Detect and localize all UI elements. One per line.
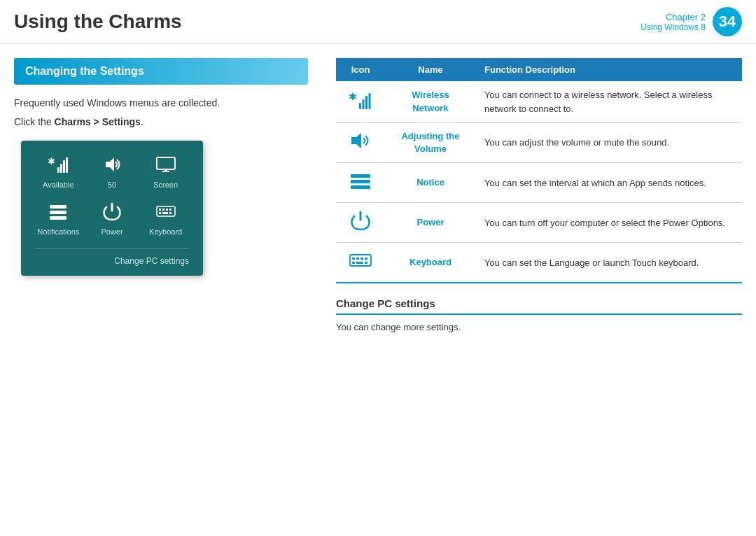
chapter-sub: Using Windows 8 xyxy=(640,22,706,32)
panel-item-power: Power xyxy=(89,202,136,236)
features-table: Icon Name Function Description ✱ Wireles… xyxy=(336,58,742,283)
table-name-cell: Adjusting theVolume xyxy=(385,123,476,163)
svg-rect-18 xyxy=(162,212,168,214)
table-header-row: Icon Name Function Description xyxy=(336,58,742,81)
table-row: Adjusting theVolumeYou can adjust the vo… xyxy=(336,123,742,163)
table-row: KeyboardYou can set the Language or laun… xyxy=(336,243,742,283)
desc-post: . xyxy=(141,116,144,127)
svg-rect-11 xyxy=(50,216,66,220)
volume-icon xyxy=(102,155,122,177)
page-title: Using the Charms xyxy=(14,10,640,33)
table-icon-cell xyxy=(336,203,385,243)
svg-rect-34 xyxy=(352,262,355,264)
table-icon-cell xyxy=(336,163,385,203)
svg-rect-26 xyxy=(351,174,370,178)
svg-rect-10 xyxy=(50,211,66,214)
chapter-label: Chapter 2 xyxy=(666,12,706,22)
panel-item-wifi: ✱ Available xyxy=(35,155,82,189)
panel-item-volume: 50 xyxy=(89,155,136,189)
panel-label-keyboard: Keyboard xyxy=(149,227,182,236)
change-pc-desc: You can change more settings. xyxy=(336,320,742,334)
svg-rect-23 xyxy=(365,96,368,109)
panel-label-screen: Screen xyxy=(153,181,178,189)
chapter-num: 34 xyxy=(713,7,742,36)
panel-item-keyboard: Keyboard xyxy=(142,202,189,236)
svg-rect-16 xyxy=(169,209,172,211)
svg-rect-12 xyxy=(157,206,175,216)
wifi-icon: ✱ xyxy=(48,155,69,177)
svg-marker-5 xyxy=(106,157,114,171)
svg-rect-33 xyxy=(365,258,368,260)
panel-label-wifi: Available xyxy=(43,181,74,189)
table-desc-cell: You can set the interval at which an App… xyxy=(476,163,742,203)
svg-rect-24 xyxy=(369,93,371,109)
chapter-badge: Chapter 2 Using Windows 8 xyxy=(640,12,706,32)
table-icon-cell xyxy=(336,243,385,283)
chapter-info: Chapter 2 Using Windows 8 34 xyxy=(640,7,742,36)
desc-text-2: Click the Charms > Settings. xyxy=(14,115,308,129)
panel-item-notifications: Notifications xyxy=(35,202,82,236)
table-row: PowerYou can turn off your computer or s… xyxy=(336,203,742,243)
keyboard-icon xyxy=(155,202,176,224)
main-content: Changing the Settings Frequently used Wi… xyxy=(0,44,756,334)
svg-rect-22 xyxy=(363,99,365,109)
page-header: Using the Charms Chapter 2 Using Windows… xyxy=(0,0,756,44)
notifications-icon xyxy=(48,202,69,224)
screen-icon xyxy=(155,155,176,177)
svg-rect-9 xyxy=(50,205,66,209)
settings-panel: ✱ Available xyxy=(21,141,203,276)
change-pc-title: Change PC settings xyxy=(336,297,742,315)
svg-rect-29 xyxy=(350,255,371,266)
table-name-cell: Notice xyxy=(385,163,476,203)
table-desc-cell: You can adjust the volume or mute the so… xyxy=(476,123,742,163)
col-icon: Icon xyxy=(336,58,385,81)
svg-rect-1 xyxy=(57,167,59,173)
panel-divider xyxy=(35,248,189,249)
table-icon-cell: ✱ xyxy=(336,81,385,123)
desc-pre: Click the xyxy=(14,116,55,127)
svg-rect-19 xyxy=(169,212,172,214)
right-column: Icon Name Function Description ✱ Wireles… xyxy=(336,58,742,334)
svg-rect-2 xyxy=(60,164,62,173)
svg-rect-6 xyxy=(157,157,175,169)
panel-item-screen: Screen xyxy=(142,155,189,189)
svg-rect-17 xyxy=(159,212,161,214)
svg-rect-30 xyxy=(352,258,355,260)
desc-bold: Charms > Settings xyxy=(55,116,141,127)
svg-marker-25 xyxy=(351,133,361,148)
svg-rect-32 xyxy=(360,258,363,260)
svg-rect-21 xyxy=(359,103,361,109)
table-name-cell: Keyboard xyxy=(385,243,476,283)
table-icon-cell xyxy=(336,123,385,163)
svg-rect-31 xyxy=(356,258,359,260)
svg-rect-13 xyxy=(159,209,161,211)
col-desc: Function Description xyxy=(476,58,742,81)
svg-text:✱: ✱ xyxy=(48,156,55,167)
section-title: Changing the Settings xyxy=(14,58,308,85)
table-desc-cell: You can set the Language or launch Touch… xyxy=(476,243,742,283)
power-icon xyxy=(102,202,122,224)
svg-rect-28 xyxy=(351,185,370,189)
svg-rect-27 xyxy=(351,180,370,183)
panel-label-power: Power xyxy=(101,227,122,236)
table-name-cell: Power xyxy=(385,203,476,243)
change-pc-section: Change PC settings You can change more s… xyxy=(336,297,742,334)
svg-rect-4 xyxy=(66,157,68,173)
svg-rect-36 xyxy=(365,262,368,264)
table-desc-cell: You can connect to a wireless network. S… xyxy=(476,81,742,123)
svg-text:✱: ✱ xyxy=(349,91,357,102)
svg-rect-3 xyxy=(63,160,65,173)
left-column: Changing the Settings Frequently used Wi… xyxy=(14,58,308,334)
col-name: Name xyxy=(385,58,476,81)
desc-text-1: Frequently used Windows menus are collec… xyxy=(14,96,308,111)
svg-rect-15 xyxy=(166,209,168,211)
svg-rect-14 xyxy=(162,209,164,211)
table-desc-cell: You can turn off your computer or select… xyxy=(476,203,742,243)
table-name-cell: WirelessNetwork xyxy=(385,81,476,123)
svg-rect-35 xyxy=(356,262,363,264)
panel-grid: ✱ Available xyxy=(35,155,189,236)
table-row: NoticeYou can set the interval at which … xyxy=(336,163,742,203)
panel-link: Change PC settings xyxy=(35,256,189,266)
panel-label-notifications: Notifications xyxy=(37,227,79,236)
table-row: ✱ WirelessNetworkYou can connect to a wi… xyxy=(336,81,742,123)
